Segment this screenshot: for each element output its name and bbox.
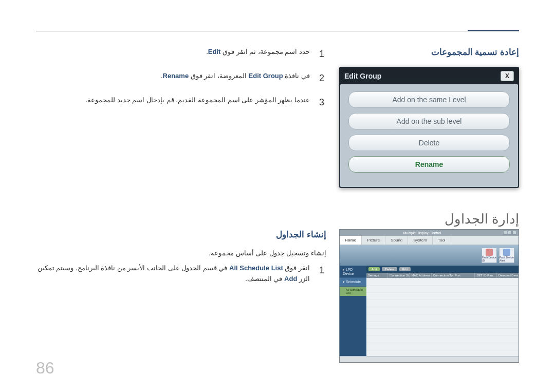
mdc-statusbar [340,356,519,362]
hl-all-schedule-list: All Schedule List [229,264,283,272]
hl-edit: Edit [208,48,221,55]
section2-main-title: إدارة الجداول [36,211,519,227]
sidebar-item-lfd[interactable]: ▸ LFD Device [340,266,366,278]
dialog-title: Edit Group [344,72,381,80]
edit-group-dialog: Edit Group X Add on the same Level Add o… [339,67,519,188]
mdc-titlebar: Multiple Display Control [340,230,519,236]
col-mac: MAC Address [410,273,431,278]
dialog-titlebar: Edit Group X [340,68,518,84]
dialog-body: Add on the same Level Add on the sub lev… [340,84,518,187]
tab-system[interactable]: System [408,236,433,245]
add-button[interactable]: Add [368,267,380,271]
fault-device-icon[interactable]: Fault Device (0) [482,248,497,263]
tab-home[interactable]: Home [340,236,362,245]
step-num: 1 [319,263,326,285]
step-num: 2 [319,71,326,86]
step-num: 3 [319,95,326,110]
step-text: في نافذة Edit Group المعروضة، انقر فوق R… [161,71,310,86]
step-2: 2 في نافذة Edit Group المعروضة، انقر فوق… [36,71,326,86]
step-text: انقر فوق All Schedule List في قسم الجدول… [36,263,310,285]
mdc-content: Add Delete Edit Settings Connection Stat… [366,266,519,361]
option-rename[interactable]: Rename [348,156,510,173]
mdc-content-topbar: Add Delete Edit [366,266,519,273]
close-icon[interactable]: X [501,71,514,81]
mdc-app-screenshot: Multiple Display Control Home Picture So… [339,229,519,363]
col-detected: Detected Devices [497,273,519,278]
top-rule [36,31,519,31]
sidebar-item-schedule[interactable]: ▾ Schedule [340,278,366,287]
fault-device-alert-icon[interactable]: Fault Device Alert [499,248,514,263]
mdc-column-headers: Settings Connection Status MAC Address C… [366,273,519,278]
option-delete[interactable]: Delete [348,135,510,151]
hl-rename: Rename [163,72,189,80]
section-rename-groups: إعادة تسمية المجموعات Edit Group X Add o… [36,47,519,188]
section2-desc: إنشاء وتسجيل جدول على أساس مجموعة. [36,249,326,257]
step-text: حدد اسم مجموعة، ثم انقر فوق Edit. [206,47,310,62]
step-1: 1 حدد اسم مجموعة، ثم انقر فوق Edit. [36,47,326,62]
edit-button[interactable]: Edit [399,267,411,271]
mdc-toolbar: Fault Device (0) Fault Device Alert [340,245,519,266]
tab-picture[interactable]: Picture [362,236,385,245]
section2-steps: 1 انقر فوق All Schedule List في قسم الجد… [36,263,326,285]
mdc-title: Multiple Display Control [342,231,503,235]
section2-sub-title: إنشاء الجداول [36,229,326,240]
col-port: Port [453,273,475,278]
tab-sound[interactable]: Sound [385,236,408,245]
hl-edit-group: Edit Group [249,72,283,80]
sidebar-all-schedule-list[interactable]: All Schedule List [340,287,366,296]
window-buttons [503,231,516,235]
option-add-sub-level[interactable]: Add on the sub level [348,113,510,129]
delete-button[interactable]: Delete [382,267,397,271]
mdc-sidebar: ▸ LFD Device ▾ Schedule All Schedule Lis… [340,266,366,361]
section-schedule-management: إدارة الجداول Multiple Display Control H… [36,211,519,363]
mdc-tabs: Home Picture Sound System Tool [340,236,519,245]
col-settings: Settings [366,273,388,278]
option-add-same-level[interactable]: Add on the same Level [348,91,510,108]
mdc-main: ▸ LFD Device ▾ Schedule All Schedule Lis… [340,266,519,361]
col-setid: SET ID Ran... [475,273,496,278]
col-connection-status: Connection Status [388,273,410,278]
mdc-grid [366,278,519,361]
col-connection-type: Connection Type [432,273,453,278]
tab-tool[interactable]: Tool [433,236,451,245]
section2-step-1: 1 انقر فوق All Schedule List في قسم الجد… [36,263,326,285]
steps-list: 1 حدد اسم مجموعة، ثم انقر فوق Edit. 2 في… [36,47,326,109]
page-number: 86 [36,359,54,378]
step-3: 3 عندما يظهر المؤشر على اسم المجموعة الق… [36,95,326,110]
hl-add: Add [284,275,297,283]
step-num: 1 [319,47,326,62]
step-text: عندما يظهر المؤشر على اسم المجموعة القدي… [86,95,310,110]
section1-title: إعادة تسمية المجموعات [339,47,519,58]
